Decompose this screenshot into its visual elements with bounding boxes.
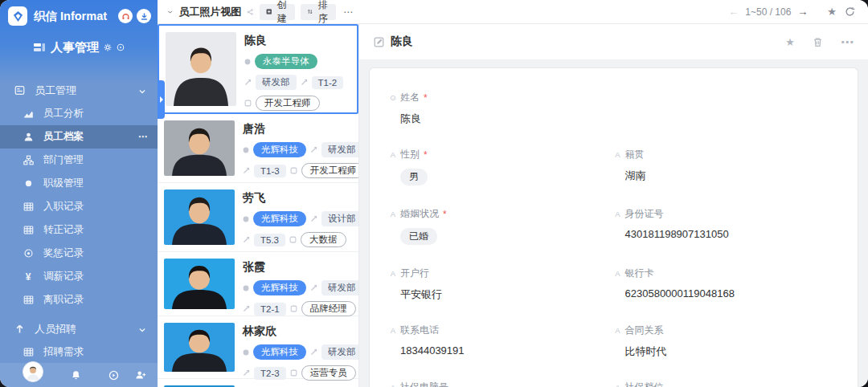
- employee-card-陈良[interactable]: 陈良永泰半导体研发部T1-2开发工程师: [158, 24, 358, 114]
- sidebar-item-员工档案[interactable]: 员工档案⋯: [0, 125, 158, 149]
- field-value[interactable]: 男: [389, 169, 614, 185]
- sidebar-item-离职记录[interactable]: 离职记录: [0, 288, 158, 312]
- view-more-button[interactable]: ⋯: [343, 6, 354, 18]
- refresh-icon[interactable]: [845, 6, 855, 17]
- detail-form: ⊙姓名*陈良A性别*男A籍贯湖南A婚姻状况*已婚A身份证号43018119890…: [369, 67, 858, 387]
- service-icon[interactable]: [118, 9, 133, 23]
- detail-header: 陈良 ★ ⋯: [359, 24, 868, 59]
- text-type-icon: A: [389, 383, 397, 387]
- favorite-view-icon[interactable]: ★: [827, 6, 837, 18]
- text-type-icon: A: [614, 210, 622, 218]
- employee-card-唐浩[interactable]: 唐浩光辉科技研发部T1-3开发工程师: [158, 114, 358, 183]
- detail-more-button[interactable]: ⋯: [841, 35, 854, 50]
- sort-button[interactable]: 排序: [301, 4, 336, 20]
- chevron-down-icon[interactable]: [138, 84, 146, 96]
- sidebar-item-奖惩记录[interactable]: 奖惩记录: [0, 242, 158, 265]
- plus-icon: [266, 7, 272, 16]
- required-asterisk: *: [443, 209, 447, 220]
- sidebar-nav: 员工管理员工分析员工档案⋯部门管理职级管理入职记录转正记录奖惩记录¥调薪记录离职…: [0, 61, 158, 363]
- field-婚姻状况: A婚姻状况*已婚: [389, 207, 614, 245]
- bell-icon[interactable]: [71, 370, 81, 381]
- field-籍贯: A籍贯湖南: [614, 148, 839, 185]
- text-type-icon: A: [614, 326, 622, 335]
- chevron-down-icon[interactable]: [138, 323, 146, 335]
- sidebar-item-部门管理[interactable]: 部门管理: [0, 149, 158, 172]
- edit-icon[interactable]: [374, 37, 384, 47]
- field-value[interactable]: 湖南: [614, 169, 839, 183]
- text-type-icon: A: [389, 150, 397, 159]
- field-value[interactable]: 已婚: [389, 228, 614, 245]
- field-value[interactable]: 平安银行: [389, 287, 614, 302]
- sidebar-group-人员招聘[interactable]: 人员招聘: [0, 317, 158, 340]
- employee-name: 林家欣: [243, 324, 352, 339]
- app-window: 织信 Informat 人事管理 员工管理员工分析员工档案⋯部门管理职级管理入职…: [0, 0, 868, 387]
- sidebar-item-招聘需求[interactable]: 招聘需求: [0, 340, 158, 363]
- chart-icon: [23, 108, 34, 119]
- person-add-icon[interactable]: [135, 369, 146, 381]
- field-label: 姓名: [400, 91, 420, 104]
- employee-card-张霞[interactable]: 张霞光辉科技研发部T2-1品牌经理: [158, 252, 358, 316]
- company-icon: [243, 147, 249, 153]
- link-icon: [244, 79, 252, 86]
- employee-card-劳飞[interactable]: 劳飞光辉科技设计部T5.3大数据: [158, 183, 358, 252]
- field-label: 婚姻状况: [400, 207, 439, 221]
- create-button[interactable]: 创建: [260, 4, 295, 20]
- company-icon: [243, 285, 249, 291]
- grid-icon: [23, 202, 34, 212]
- detail-title: 陈良: [391, 35, 768, 49]
- link-icon: [243, 167, 250, 174]
- name-type-icon: ⊙: [389, 93, 397, 102]
- sidebar-item-调薪记录[interactable]: ¥调薪记录: [0, 265, 158, 288]
- field-label: 性别: [400, 148, 420, 161]
- job-title-tag: 开发工程师: [301, 163, 358, 178]
- sidebar-item-员工分析[interactable]: 员工分析: [0, 102, 158, 125]
- company-icon: [243, 216, 249, 222]
- workspace-gear-icon[interactable]: [104, 43, 112, 51]
- prev-page-icon[interactable]: ←: [728, 6, 739, 18]
- sidebar-group-员工管理[interactable]: 员工管理: [0, 79, 158, 102]
- field-value[interactable]: 18344039191: [389, 344, 614, 356]
- sort-icon: [307, 7, 313, 16]
- field-value[interactable]: 6230580000119048168: [614, 287, 839, 299]
- next-page-icon[interactable]: →: [797, 6, 808, 18]
- person-icon: [23, 132, 34, 142]
- link-icon: [243, 369, 250, 377]
- view-chevron-down-icon[interactable]: [167, 8, 173, 16]
- field-value[interactable]: 430181198907131050: [614, 228, 839, 240]
- share-icon[interactable]: [247, 7, 254, 17]
- field-value[interactable]: 比特时代: [614, 344, 839, 359]
- workspace-target-icon[interactable]: [117, 43, 125, 51]
- item-more-button[interactable]: ⋯: [138, 132, 148, 142]
- view-title[interactable]: 员工照片视图: [178, 5, 241, 19]
- field-value[interactable]: 陈良: [389, 112, 614, 126]
- level-tag: T2-3: [254, 367, 286, 380]
- field-联系电话: A联系电话18344039191: [389, 324, 614, 359]
- field-label: 银行卡: [625, 267, 654, 280]
- sidebar-item-入职记录[interactable]: 入职记录: [0, 195, 158, 218]
- employee-card-partial[interactable]: [158, 379, 358, 387]
- sidebar-item-转正记录[interactable]: 转正记录: [0, 218, 158, 242]
- department-tag: 研发部: [321, 280, 358, 295]
- field-开户行: A开户行平安银行: [389, 267, 614, 302]
- yen-icon: ¥: [23, 271, 34, 283]
- employee-card-林家欣[interactable]: 林家欣光辉科技研发部T2-3运营专员: [158, 316, 358, 379]
- department-tag: 研发部: [321, 142, 358, 157]
- trash-icon[interactable]: [813, 37, 823, 47]
- detail-panel: 陈良 ★ ⋯ ⊙姓名*陈良A性别*男A籍贯湖南A婚姻状况*已婚A身份证号4301…: [358, 24, 868, 387]
- sidebar-item-职级管理[interactable]: 职级管理: [0, 172, 158, 195]
- logo-row: 织信 Informat: [0, 3, 158, 29]
- app-logo-icon[interactable]: [8, 6, 27, 26]
- workspace-row[interactable]: 人事管理: [0, 34, 158, 61]
- favorite-record-icon[interactable]: ★: [785, 36, 795, 48]
- download-icon[interactable]: [137, 9, 151, 23]
- recruit-icon: [14, 324, 25, 334]
- user-avatar[interactable]: [23, 361, 43, 382]
- grid-icon: [23, 295, 34, 305]
- field-label: 社保电脑号: [400, 381, 448, 387]
- collapse-panel-handle[interactable]: [158, 80, 165, 119]
- board-icon: [14, 85, 25, 96]
- level-tag: T5.3: [254, 234, 285, 246]
- help-icon[interactable]: [108, 370, 119, 381]
- box-icon: [290, 369, 297, 377]
- company-tag: 光辉科技: [253, 211, 306, 226]
